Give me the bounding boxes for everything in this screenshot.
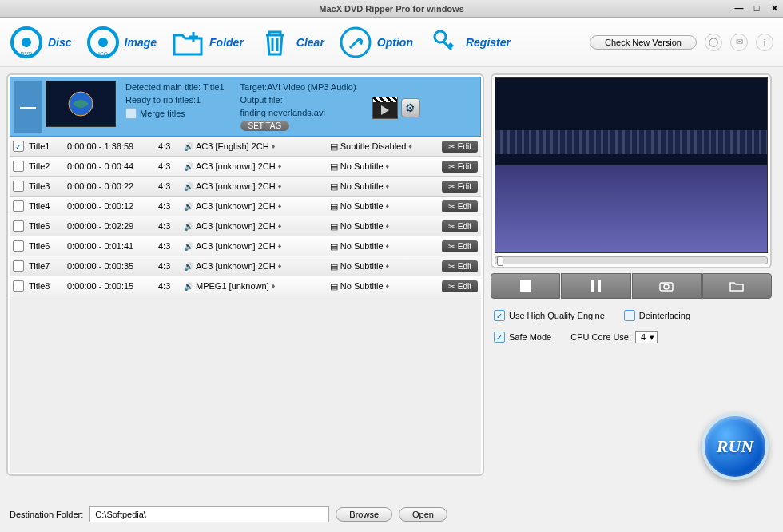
audio-stepper[interactable]: ♦ (272, 142, 276, 150)
edit-button[interactable]: ✂Edit (442, 200, 478, 212)
edit-button[interactable]: ✂Edit (442, 181, 478, 193)
title-duration: 0:00:00 - 0:00:12 (67, 201, 153, 211)
set-tag-button[interactable]: SET TAG (240, 121, 290, 131)
subtitle-stepper[interactable]: ♦ (386, 242, 390, 250)
open-folder-button[interactable] (702, 273, 772, 299)
subtitle-stepper[interactable]: ♦ (386, 222, 390, 230)
title-checkbox[interactable] (13, 200, 24, 212)
merge-checkbox[interactable] (125, 108, 137, 119)
hq-engine-checkbox[interactable]: ✓ (494, 310, 505, 321)
title-checkbox[interactable] (13, 240, 24, 252)
title-aspect: 4:3 (158, 241, 179, 251)
svg-point-7 (435, 31, 446, 42)
info-button[interactable]: i (756, 34, 773, 51)
register-button[interactable]: Register (427, 26, 511, 59)
title-row[interactable]: Title7 0:00:00 - 0:00:35 4:3 🔊AC3 [unkno… (10, 256, 481, 276)
profile-button[interactable]: ◯ (705, 34, 722, 51)
audio-track: AC3 [unknown] 2CH (196, 241, 276, 251)
title-list: ✓ Title1 0:00:00 - 1:36:59 4:3 🔊AC3 [Eng… (10, 137, 481, 473)
title-row[interactable]: Title8 0:00:00 - 0:00:15 4:3 🔊MPEG1 [unk… (10, 276, 481, 296)
disc-button[interactable]: DVD Disc (10, 26, 72, 59)
run-button[interactable]: RUN (702, 413, 769, 480)
title-row[interactable]: Title4 0:00:00 - 0:00:12 4:3 🔊AC3 [unkno… (10, 197, 481, 216)
title-row[interactable]: Title3 0:00:00 - 0:00:22 4:3 🔊AC3 [unkno… (10, 177, 481, 197)
title-row[interactable]: ✓ Title1 0:00:00 - 1:36:59 4:3 🔊AC3 [Eng… (10, 137, 481, 157)
seek-thumb[interactable] (497, 256, 503, 266)
cpu-core-label: CPU Core Use: (570, 332, 631, 342)
svg-rect-10 (520, 280, 531, 292)
stop-button[interactable] (491, 273, 560, 299)
title-name: Title8 (29, 281, 62, 291)
browse-button[interactable]: Browse (336, 507, 392, 522)
speaker-icon: 🔊 (184, 262, 193, 271)
option-button[interactable]: Option (339, 26, 413, 59)
deinterlacing-checkbox[interactable] (624, 310, 635, 321)
subtitle-stepper[interactable]: ♦ (386, 262, 390, 270)
seek-bar[interactable] (495, 256, 768, 264)
title-row[interactable]: Title2 0:00:00 - 0:00:44 4:3 🔊AC3 [unkno… (10, 157, 481, 177)
svg-text:ISO: ISO (98, 51, 109, 57)
title-checkbox[interactable] (13, 181, 24, 192)
maximize-button[interactable]: □ (751, 3, 762, 14)
edit-button[interactable]: ✂Edit (442, 220, 478, 232)
disc-thumbnail (46, 81, 116, 127)
cpu-core-select[interactable]: 4 ▾ (635, 331, 658, 343)
edit-button[interactable]: ✂Edit (442, 141, 478, 153)
title-aspect: 4:3 (158, 201, 179, 211)
open-button[interactable]: Open (399, 507, 447, 522)
svg-point-14 (664, 284, 669, 289)
speaker-icon: 🔊 (184, 182, 193, 191)
speaker-icon: 🔊 (184, 222, 193, 231)
pause-button[interactable] (561, 273, 630, 299)
subtitle-stepper[interactable]: ♦ (386, 282, 390, 290)
clear-button[interactable]: Clear (258, 26, 324, 59)
subtitle-stepper[interactable]: ♦ (386, 182, 390, 190)
audio-stepper[interactable]: ♦ (278, 182, 282, 190)
folder-plus-icon (171, 26, 205, 59)
mail-button[interactable]: ✉ (730, 34, 748, 51)
title-checkbox[interactable] (13, 260, 24, 272)
title-checkbox[interactable]: ✓ (13, 141, 24, 152)
audio-stepper[interactable]: ♦ (272, 282, 276, 290)
image-button[interactable]: ISO Image (86, 26, 157, 59)
target-format: Target:AVI Video (MP3 Audio) (240, 82, 356, 92)
subtitle-track: No Subtitle (340, 281, 384, 291)
title-row[interactable]: Title5 0:00:00 - 0:02:29 4:3 🔊AC3 [unkno… (10, 216, 481, 236)
subtitle-track: No Subtitle (340, 161, 384, 171)
edit-button[interactable]: ✂Edit (442, 260, 478, 272)
close-button[interactable]: ✕ (769, 3, 780, 14)
snapshot-button[interactable] (632, 273, 702, 299)
subtitle-icon: ▤ (330, 181, 338, 192)
edit-button[interactable]: ✂Edit (442, 280, 478, 292)
audio-stepper[interactable]: ♦ (278, 242, 282, 250)
audio-stepper[interactable]: ♦ (278, 222, 282, 230)
title-aspect: 4:3 (158, 221, 179, 231)
title-duration: 0:00:00 - 0:02:29 (67, 221, 153, 231)
subtitle-stepper[interactable]: ♦ (408, 142, 412, 150)
audio-track: AC3 [unknown] 2CH (196, 261, 276, 271)
check-version-button[interactable]: Check New Version (590, 35, 697, 50)
rip-options: ✓Use High Quality Engine Deinterlacing ✓… (491, 304, 772, 359)
audio-stepper[interactable]: ♦ (278, 262, 282, 270)
collapse-button[interactable]: — (14, 81, 42, 133)
folder-button[interactable]: Folder (171, 26, 244, 59)
subtitle-stepper[interactable]: ♦ (386, 202, 390, 210)
title-row[interactable]: Title6 0:00:00 - 0:01:41 4:3 🔊AC3 [unkno… (10, 236, 481, 256)
scissors-icon: ✂ (448, 182, 455, 191)
edit-button[interactable]: ✂Edit (442, 161, 478, 173)
svg-text:DVD: DVD (21, 51, 33, 57)
title-checkbox[interactable] (13, 280, 24, 292)
settings-gear-button[interactable]: ⚙ (401, 98, 420, 117)
title-checkbox[interactable] (13, 161, 24, 172)
subtitle-stepper[interactable]: ♦ (386, 162, 390, 170)
scissors-icon: ✂ (448, 282, 455, 291)
audio-stepper[interactable]: ♦ (278, 202, 282, 210)
minimize-button[interactable]: — (733, 3, 745, 14)
edit-button[interactable]: ✂Edit (442, 240, 478, 252)
audio-stepper[interactable]: ♦ (278, 162, 282, 170)
safe-mode-checkbox[interactable]: ✓ (494, 332, 505, 343)
title-checkbox[interactable] (13, 220, 24, 232)
destination-input[interactable] (89, 506, 329, 522)
title-duration: 0:00:00 - 1:36:59 (67, 141, 153, 151)
preview-clip-button[interactable] (372, 97, 398, 119)
